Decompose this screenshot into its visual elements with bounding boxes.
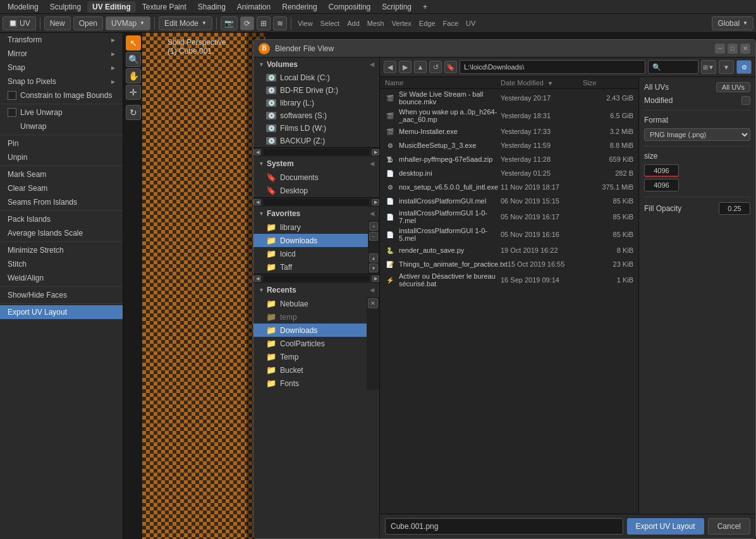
pan-tool[interactable]: ✋ bbox=[126, 68, 141, 83]
edge-menu[interactable]: Edge bbox=[417, 20, 438, 27]
view-menu[interactable]: View bbox=[295, 20, 315, 27]
disk-d[interactable]: 💿 BD-RE Drive (D:) bbox=[253, 84, 379, 97]
uvmap-selector[interactable]: UVMap ▼ bbox=[106, 16, 150, 30]
file-row[interactable]: 📄 installCrossPlatformGUI.mel 06 Nov 201… bbox=[380, 194, 638, 208]
filename-input[interactable] bbox=[385, 518, 623, 535]
system-desktop[interactable]: 🔖 Desktop bbox=[253, 184, 379, 197]
select-tool[interactable]: ↖ bbox=[126, 35, 141, 51]
file-row[interactable]: ⚙ nox_setup_v6.5.0.0_full_intl.exe 11 No… bbox=[380, 180, 638, 194]
favorites-collapse[interactable]: ◀ bbox=[370, 210, 374, 217]
sidebar-item-show-hide-faces[interactable]: Show/Hide Faces bbox=[0, 288, 123, 302]
volumes-header[interactable]: ▼ Volumes ◀ bbox=[253, 58, 379, 71]
rotate-tool[interactable]: ↻ bbox=[126, 105, 141, 120]
scroll-right-btn[interactable]: ▶ bbox=[372, 149, 379, 155]
mesh-menu[interactable]: Mesh bbox=[365, 20, 387, 27]
constrain-checkbox[interactable] bbox=[8, 91, 16, 100]
sidebar-item-weld-align[interactable]: Weld/Align bbox=[0, 271, 123, 285]
disk-c[interactable]: 💿 Local Disk (C:) bbox=[253, 71, 379, 84]
disk-z[interactable]: 💿 BACKUP (Z:) bbox=[253, 135, 379, 147]
sidebar-item-live-unwrap[interactable]: Live Unwrap bbox=[0, 106, 123, 119]
system-header[interactable]: ▼ System ◀ bbox=[253, 157, 379, 171]
menu-animation[interactable]: Animation bbox=[232, 1, 276, 13]
file-row[interactable]: 🐍 render_auto_save.py 19 Oct 2019 16:22 … bbox=[380, 243, 638, 257]
sidebar-item-snap-pixels[interactable]: Snap to Pixels bbox=[0, 75, 123, 88]
menu-modeling[interactable]: Modeling bbox=[3, 1, 44, 13]
sidebar-item-mirror[interactable]: Mirror bbox=[0, 47, 123, 61]
fill-opacity-input[interactable] bbox=[719, 202, 750, 215]
mode-selector[interactable]: Edit Mode ▼ bbox=[159, 16, 212, 30]
fav-scroll-right[interactable]: ▶ bbox=[372, 276, 379, 282]
recents-header[interactable]: ▼ Recents ◀ bbox=[253, 283, 379, 297]
sidebar-item-unpin[interactable]: Unpin bbox=[0, 150, 123, 164]
refresh-btn[interactable]: ↺ bbox=[429, 61, 442, 73]
face-menu[interactable]: Face bbox=[441, 20, 461, 27]
file-row[interactable]: 🎬 Memu-Installer.exe Yesterday 17:33 3.2… bbox=[380, 124, 638, 138]
sidebar-item-unwrap[interactable]: Unwrap bbox=[0, 119, 123, 133]
file-row[interactable]: 🎬 When you wake up a..0p_h264-_aac_60.mp… bbox=[380, 107, 638, 124]
editor-type-btn[interactable]: 🔲 UV bbox=[3, 16, 36, 30]
sidebar-item-export-uv[interactable]: Export UV Layout bbox=[0, 305, 123, 319]
path-bar[interactable] bbox=[460, 60, 645, 74]
sidebar-item-constrain[interactable]: Constrain to Image Bounds bbox=[0, 88, 123, 102]
menu-compositing[interactable]: Compositing bbox=[324, 1, 376, 13]
file-row[interactable]: ⚡ Activer ou Désactiver le bureau sécuri… bbox=[380, 271, 638, 289]
size-height-input[interactable] bbox=[644, 179, 679, 191]
system-scroll-right[interactable]: ▶ bbox=[372, 199, 379, 205]
fav-taff[interactable]: 📁 Taff bbox=[253, 260, 368, 274]
fav-scroll-left[interactable]: ◀ bbox=[253, 276, 261, 282]
recent-bucket[interactable]: 📁 Bucket bbox=[253, 363, 367, 377]
new-button[interactable]: New bbox=[44, 16, 71, 30]
gear-settings-btn[interactable]: ⚙ bbox=[736, 60, 752, 74]
live-unwrap-checkbox[interactable] bbox=[8, 108, 16, 117]
file-row[interactable]: 📄 installCrossPlatformGUI 1-0-5.mel 05 N… bbox=[380, 226, 638, 243]
sidebar-item-clear-seam[interactable]: Clear Seam bbox=[0, 181, 123, 195]
volumes-collapse[interactable]: ◀ bbox=[370, 61, 374, 68]
overlay-btn-2[interactable]: ⟳ bbox=[240, 16, 254, 30]
select-menu[interactable]: Select bbox=[318, 20, 343, 27]
menu-rendering[interactable]: Rendering bbox=[277, 1, 322, 13]
up-btn[interactable]: ▲ bbox=[414, 61, 427, 73]
recent-nebulae[interactable]: 📁 Nebulae bbox=[253, 297, 367, 310]
menu-add[interactable]: + bbox=[418, 1, 432, 13]
fav-scroll-bottom[interactable]: ▼ bbox=[369, 263, 378, 272]
open-button[interactable]: Open bbox=[73, 16, 103, 30]
all-uvs-toggle[interactable]: All UVs bbox=[716, 82, 750, 92]
disk-s[interactable]: 💿 softwares (S:) bbox=[253, 109, 379, 122]
disk-l[interactable]: 💿 library (L:) bbox=[253, 97, 379, 109]
sidebar-item-snap[interactable]: Snap bbox=[0, 61, 123, 75]
recents-collapse[interactable]: ◀ bbox=[370, 287, 374, 293]
menu-uv-editing[interactable]: UV Editing bbox=[87, 1, 136, 13]
fav-scroll-down[interactable]: − bbox=[369, 232, 378, 241]
sidebar-item-minimize-stretch[interactable]: Minimize Stretch bbox=[0, 243, 123, 257]
menu-texture-paint[interactable]: Texture Paint bbox=[137, 1, 192, 13]
search-input[interactable] bbox=[648, 60, 698, 74]
view-options-btn[interactable]: ⊞▼ bbox=[701, 60, 716, 74]
recent-downloads[interactable]: 📁 Downloads bbox=[253, 324, 367, 337]
file-row[interactable]: ⚙ MusicBeeSetup_3_3.exe Yesterday 11:59 … bbox=[380, 138, 638, 152]
overlay-btn-3[interactable]: ⊞ bbox=[257, 16, 271, 30]
favorites-header[interactable]: ▼ Favorites ◀ bbox=[253, 207, 379, 221]
menu-scripting[interactable]: Scripting bbox=[377, 1, 417, 13]
move-tool[interactable]: ✛ bbox=[126, 85, 141, 100]
export-uv-layout-button[interactable]: Export UV Layout bbox=[627, 518, 704, 535]
scroll-left-btn[interactable]: ◀ bbox=[253, 149, 261, 155]
sidebar-item-stitch[interactable]: Stitch bbox=[0, 257, 123, 271]
uv-menu[interactable]: UV bbox=[463, 20, 478, 27]
fav-scroll-up[interactable]: + bbox=[369, 222, 378, 231]
file-row[interactable]: 📝 Things_to_animate_for_practice.txt 15 … bbox=[380, 257, 638, 271]
fav-downloads[interactable]: 📁 Downloads bbox=[253, 234, 368, 247]
vertex-menu[interactable]: Vertex bbox=[389, 20, 414, 27]
cancel-button[interactable]: Cancel bbox=[708, 518, 750, 535]
fav-scroll-top[interactable]: ▲ bbox=[369, 253, 378, 262]
back-btn[interactable]: ◀ bbox=[384, 61, 396, 73]
file-row[interactable]: 🗜 mhaller-pyffmpeg-67e5aad.zip Yesterday… bbox=[380, 152, 638, 166]
menu-sculpting[interactable]: Sculpting bbox=[45, 1, 86, 13]
file-row[interactable]: 🎬 Sir Wade Live Stream - ball bounce.mkv… bbox=[380, 89, 638, 107]
forward-btn[interactable]: ▶ bbox=[399, 61, 412, 73]
modified-checkbox[interactable] bbox=[741, 96, 750, 105]
system-documents[interactable]: 🔖 Documents bbox=[253, 171, 379, 184]
sidebar-item-pack-islands[interactable]: Pack Islands bbox=[0, 212, 123, 226]
overlay-btn-4[interactable]: ≋ bbox=[273, 16, 287, 30]
system-scroll-left[interactable]: ◀ bbox=[253, 199, 261, 205]
recents-close-btn[interactable]: ✕ bbox=[368, 298, 378, 308]
